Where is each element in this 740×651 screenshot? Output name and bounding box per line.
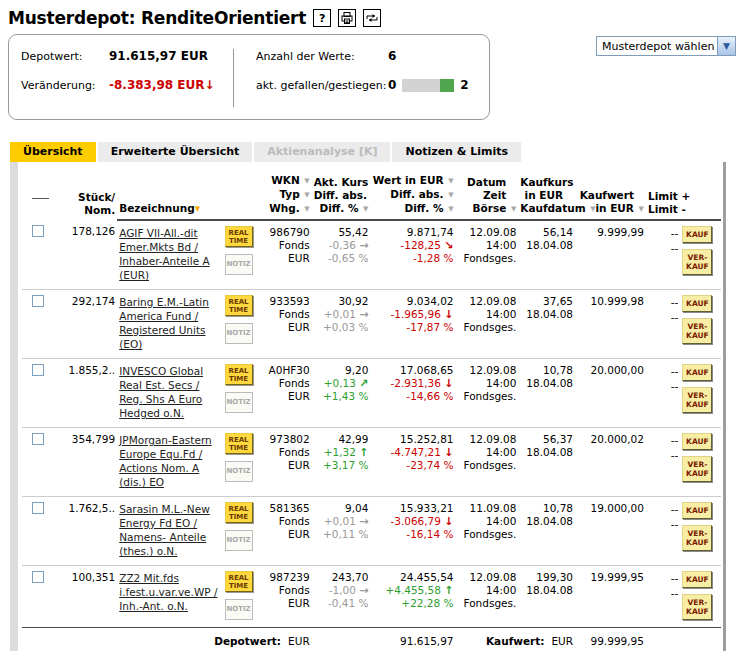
fund-link[interactable]: Baring E.M.-Latin America Fund / Registe… xyxy=(119,295,220,351)
sort-icon[interactable]: ▼ xyxy=(195,203,205,216)
kurs-diff-pct: +0,11 % xyxy=(314,528,369,541)
kaufwert-value: 20.000,00 xyxy=(575,359,646,428)
risen-bar xyxy=(440,79,454,92)
realtime-button[interactable]: REALTIME xyxy=(225,295,253,316)
notiz-button[interactable]: NOTIZ xyxy=(225,530,253,551)
wert-diff: -1.965,96 ↓ xyxy=(372,308,453,321)
notiz-button[interactable]: NOTIZ xyxy=(225,254,253,275)
fund-link[interactable]: AGIF VII-All.-dit Emer.Mkts Bd / Inhaber… xyxy=(119,226,220,282)
col-zeit: Zeit xyxy=(483,189,506,201)
col-wkn: WKN xyxy=(271,174,300,186)
total-depotwert-value: 91.615,97 xyxy=(312,628,456,649)
wkn-value: 581365 xyxy=(263,502,310,515)
row-checkbox[interactable] xyxy=(32,295,44,307)
fund-link[interactable]: ZZ2 Mit.fds i.fest.u.var.ve.WP / Inh.-An… xyxy=(119,571,220,613)
verkauf-button[interactable]: VER-KAUF xyxy=(682,525,712,551)
notiz-button[interactable]: NOTIZ xyxy=(225,461,253,482)
verkauf-button[interactable]: VER-KAUF xyxy=(682,456,712,482)
verkauf-button[interactable]: VER-KAUF xyxy=(682,594,712,620)
verkauf-button[interactable]: VER-KAUF xyxy=(682,387,712,413)
table-header-row: Stück/ Nom. Bezeichnung▼ WKN▼ Typ▼ Whg.▼… xyxy=(22,174,721,220)
trend-arrow-icon: ↓ xyxy=(444,377,453,390)
limit-minus-value: -- xyxy=(648,310,678,325)
header-checkbox-col xyxy=(22,174,58,220)
col-boerse: Börse xyxy=(473,202,507,214)
notiz-button[interactable]: NOTIZ xyxy=(225,599,253,620)
trend-arrow-icon: → xyxy=(359,308,368,321)
wert-diff: -128,25 ↘ xyxy=(372,239,453,252)
tab-uebersicht[interactable]: Übersicht xyxy=(10,142,96,162)
row-checkbox[interactable] xyxy=(32,571,44,583)
sort-icon[interactable]: ▼ xyxy=(300,175,310,188)
anzahl-value: 6 xyxy=(388,49,396,63)
sort-icon[interactable]: ▼ xyxy=(444,175,454,188)
limit-plus-value: -- xyxy=(648,571,678,586)
col-datum: Datum xyxy=(467,176,506,188)
zeit-value: 14:00 xyxy=(458,584,517,597)
verkauf-button[interactable]: VER-KAUF xyxy=(682,318,712,344)
help-icon[interactable]: ? xyxy=(313,9,331,27)
sort-icon[interactable]: ▼ xyxy=(300,189,310,202)
realtime-button[interactable]: REALTIME xyxy=(225,433,253,454)
trend-arrow-icon: ↓ xyxy=(444,446,453,459)
sort-icon[interactable]: ▼ xyxy=(634,203,644,216)
zeit-value: 14:00 xyxy=(458,377,517,390)
verkauf-button[interactable]: VER-KAUF xyxy=(682,249,712,275)
datum-value: 12.09.08 xyxy=(458,433,517,446)
whg-value: EUR xyxy=(263,528,310,541)
fund-link[interactable]: JPMorgan-Eastern Europe Equ.Fd / Actions… xyxy=(119,433,220,489)
kaufkurs-value: 10,78 xyxy=(520,364,573,377)
wert-value: 17.068,65 xyxy=(372,364,453,377)
sort-icon[interactable]: ▼ xyxy=(358,203,368,216)
realtime-button[interactable]: REALTIME xyxy=(225,364,253,385)
kauf-button[interactable]: KAUF xyxy=(682,364,712,381)
zeit-value: 14:00 xyxy=(458,308,517,321)
row-checkbox[interactable] xyxy=(32,502,44,514)
sort-icon[interactable]: ▼ xyxy=(300,203,310,216)
typ-value: Fonds xyxy=(263,377,310,390)
kauf-button[interactable]: KAUF xyxy=(682,295,712,312)
notiz-button[interactable]: NOTIZ xyxy=(225,392,253,413)
wert-diff: +4.455,58 ↑ xyxy=(372,584,453,597)
realtime-button[interactable]: REALTIME xyxy=(225,502,253,523)
typ-value: Fonds xyxy=(263,584,310,597)
kauf-button[interactable]: KAUF xyxy=(682,502,712,519)
col-bezeichnung: Bezeichnung xyxy=(119,202,195,214)
stueck-value: 1.762,5.. xyxy=(58,497,117,566)
sort-icon[interactable]: ▼ xyxy=(506,203,516,216)
kauf-button[interactable]: KAUF xyxy=(682,571,712,588)
boerse-value: Fondsges. xyxy=(458,597,517,610)
limit-minus-value: -- xyxy=(648,241,678,256)
veraenderung-value: -8.383,98 EUR xyxy=(109,78,205,92)
row-checkbox[interactable] xyxy=(32,433,44,445)
print-icon[interactable] xyxy=(338,9,356,27)
positions-table: Stück/ Nom. Bezeichnung▼ WKN▼ Typ▼ Whg.▼… xyxy=(22,174,721,651)
typ-value: Fonds xyxy=(263,515,310,528)
stueck-value: 178,126 xyxy=(58,220,117,290)
fund-link[interactable]: INVESCO Global Real Est. Secs / Reg. Shs… xyxy=(119,364,220,420)
whg-value: EUR xyxy=(263,252,310,265)
depot-summary-box: Depotwert: 91.615,97 EUR Veränderung: -8… xyxy=(8,34,490,120)
kaufkurs-value: 199,30 xyxy=(520,571,573,584)
sort-icon[interactable]: ▼ xyxy=(586,203,596,216)
chevron-down-icon[interactable]: ▼ xyxy=(717,37,735,55)
refresh-icon[interactable] xyxy=(363,9,381,27)
sort-icon[interactable]: ▼ xyxy=(444,203,454,216)
row-checkbox[interactable] xyxy=(32,364,44,376)
row-checkbox[interactable] xyxy=(32,225,44,237)
kurs-diff: +0,01 → xyxy=(314,308,369,321)
summary-right: Anzahl der Werte: 6 akt. gefallen/gestie… xyxy=(246,49,479,107)
tab-erweiterte-uebersicht[interactable]: Erweiterte Übersicht xyxy=(98,142,253,162)
tab-notizen-limits[interactable]: Notizen & Limits xyxy=(392,142,521,162)
sort-icon[interactable]: ▼ xyxy=(444,189,454,202)
realtime-button[interactable]: REALTIME xyxy=(225,571,253,592)
realtime-button[interactable]: REALTIME xyxy=(225,226,253,247)
whg-value: EUR xyxy=(263,597,310,610)
kauf-button[interactable]: KAUF xyxy=(682,433,712,450)
notiz-button[interactable]: NOTIZ xyxy=(225,323,253,344)
depot-select-dropdown[interactable]: Musterdepot wählen ▼ xyxy=(596,36,736,56)
wkn-value: 973802 xyxy=(263,433,310,446)
limit-minus-value: -- xyxy=(648,448,678,463)
kauf-button[interactable]: KAUF xyxy=(682,226,712,243)
fund-link[interactable]: Sarasin M.L.-New Energy Fd EO / Namens- … xyxy=(119,502,220,558)
